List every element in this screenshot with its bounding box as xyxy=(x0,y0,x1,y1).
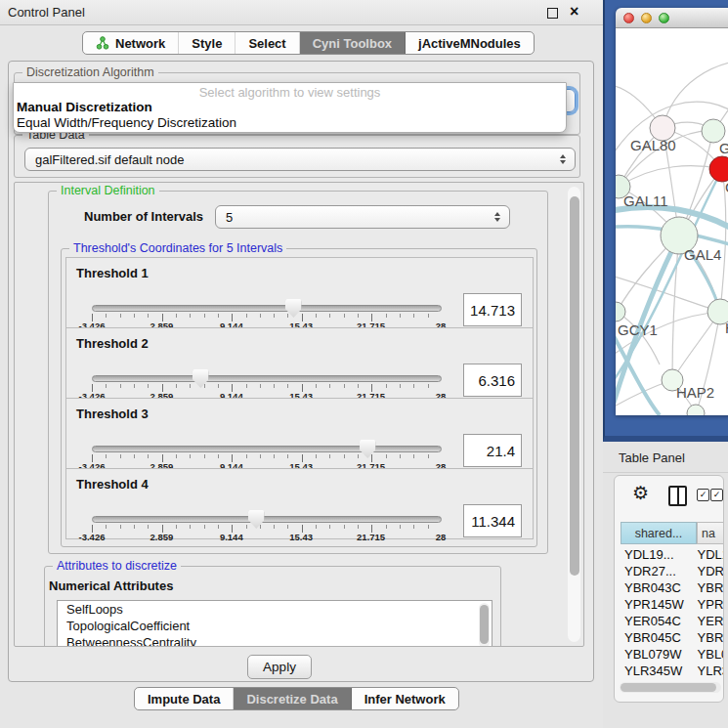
column-layout-icon[interactable] xyxy=(668,486,687,506)
interval-definition-group: Interval Definition Number of Intervals … xyxy=(48,191,548,554)
node-label: GA xyxy=(719,140,728,156)
list-scrollbar[interactable] xyxy=(479,603,490,647)
gear-icon[interactable]: ⚙ xyxy=(632,484,649,503)
table-panel-header: Table Panel xyxy=(603,445,728,473)
minimize-traffic-light-icon[interactable] xyxy=(641,13,652,23)
threshold-1-box: Threshold 1 -3.426 2.859 9.144 15.43 21.… xyxy=(65,257,534,328)
network-window-titlebar xyxy=(616,8,728,28)
threshold-label: Threshold 3 xyxy=(76,407,149,421)
settings-vertical-scrollbar[interactable] xyxy=(568,187,580,642)
zoom-traffic-light-icon[interactable] xyxy=(659,13,669,23)
table-data-value: galFiltered.sif default node xyxy=(35,152,184,167)
tab-impute-data[interactable]: Impute Data xyxy=(135,688,234,709)
threshold-2-slider[interactable] xyxy=(92,375,442,382)
apply-button[interactable]: Apply xyxy=(247,655,312,679)
tab-label: jActiveMNodules xyxy=(418,36,521,51)
threshold-label: Threshold 1 xyxy=(76,266,149,280)
threshold-label: Threshold 2 xyxy=(76,336,149,351)
dropdown-option-equal-width[interactable]: Equal Width/Frequency Discretization xyxy=(17,115,236,130)
number-of-intervals-label: Number of Intervals xyxy=(84,209,203,224)
tab-style[interactable]: Style xyxy=(179,32,236,54)
table-horizontal-scrollbar[interactable] xyxy=(620,682,721,693)
group-title: Threshold's Coordinates for 5 Intervals xyxy=(69,241,286,255)
combo-arrows-icon xyxy=(560,154,566,164)
node-label: HAP2 xyxy=(676,384,714,401)
tab-network[interactable]: Network xyxy=(83,32,179,54)
list-item[interactable]: SelfLoops xyxy=(58,601,492,618)
column-header-shared-name[interactable]: shared... xyxy=(621,522,697,544)
threshold-label: Threshold 4 xyxy=(76,477,149,492)
node-bottom-partial[interactable] xyxy=(687,405,705,415)
table-row[interactable]: YPR145WYPR1 xyxy=(621,596,724,613)
settings-scroll-panel: Interval Definition Number of Intervals … xyxy=(14,182,584,647)
tab-label: Discretize Data xyxy=(246,692,337,707)
algorithm-dropdown-popup: Select algorithm to view settings Manual… xyxy=(13,82,567,133)
group-title: Interval Definition xyxy=(57,184,159,197)
threshold-3-slider[interactable] xyxy=(92,446,442,452)
number-of-intervals-value: 5 xyxy=(226,210,233,225)
close-traffic-light-icon[interactable] xyxy=(623,13,634,23)
control-panel-titlebar: Control Panel × xyxy=(0,0,603,25)
table-rows: YDL19...YDL1 YDR27...YDR2 YBR043CYBR0 YP… xyxy=(621,546,724,680)
combo-arrows-icon xyxy=(494,212,500,222)
table-row[interactable]: YBL079WYBL0 xyxy=(621,646,724,663)
numerical-attributes-list[interactable]: SelfLoops TopologicalCoefficient Between… xyxy=(57,600,492,647)
checkbox-icon[interactable]: ✓ xyxy=(697,489,709,501)
table-panel: ⚙ ✓ ✓ shared... na YDL19...YDL1 YDR27...… xyxy=(614,475,724,703)
tab-label: Style xyxy=(192,36,222,51)
threshold-4-box: Threshold 4 -3.426 2.859 9.144 15.43 21.… xyxy=(65,468,534,539)
tab-label: Cyni Toolbox xyxy=(313,36,392,51)
cyni-bottom-tabstrip: Impute Data Discretize Data Infer Networ… xyxy=(134,687,459,710)
node-gcy1[interactable] xyxy=(616,302,625,321)
checkbox-icon[interactable]: ✓ xyxy=(710,489,723,501)
threshold-4-slider[interactable] xyxy=(92,516,442,523)
panel-title: Control Panel xyxy=(8,5,85,20)
table-column-headers: shared... na xyxy=(621,522,724,544)
group-title: Discretization Algorithm xyxy=(22,65,158,79)
tab-jactivemnodules[interactable]: jActiveMNodules xyxy=(406,32,534,54)
node-label: GAL11 xyxy=(623,193,668,209)
tab-select[interactable]: Select xyxy=(236,32,299,54)
table-row[interactable]: YDL19...YDL1 xyxy=(621,546,724,563)
slider-tick-labels: -3.426 2.859 9.144 15.43 21.715 28 xyxy=(92,532,441,543)
list-item[interactable]: TopologicalCoefficient xyxy=(58,618,492,634)
tab-label: Impute Data xyxy=(148,692,220,707)
threshold-2-value-field[interactable]: 6.316 xyxy=(463,364,522,397)
threshold-4-value-field[interactable]: 11.344 xyxy=(463,504,522,537)
tab-label: Infer Network xyxy=(364,692,446,707)
table-data-group: Table Data galFiltered.sif default node xyxy=(14,135,580,178)
table-row[interactable]: YLR345WYLR3 xyxy=(621,663,724,679)
control-panel: Control Panel × Network Style Select Cyn… xyxy=(0,0,603,728)
tab-label: Network xyxy=(115,36,165,51)
numerical-attributes-heading: Numerical Attributes xyxy=(49,578,173,593)
table-row[interactable]: YDR27...YDR2 xyxy=(621,563,724,579)
network-graph: GAL80 GA C GAL11 GAL4 GCY1 H HAP2 xyxy=(616,28,728,415)
number-of-intervals-combobox[interactable]: 5 xyxy=(215,205,510,229)
node-label: GAL4 xyxy=(684,246,721,263)
network-canvas[interactable]: GAL80 GA C GAL11 GAL4 GCY1 H HAP2 xyxy=(616,28,728,415)
table-row[interactable]: YIL052CYIL0 xyxy=(621,679,724,680)
tab-cyni-toolbox[interactable]: Cyni Toolbox xyxy=(300,32,406,54)
tab-label: Select xyxy=(248,36,285,51)
table-data-combobox[interactable]: galFiltered.sif default node xyxy=(24,148,576,171)
network-icon xyxy=(96,36,109,50)
threshold-2-box: Threshold 2 -3.426 2.859 9.144 15.43 21.… xyxy=(65,327,534,399)
tab-infer-network[interactable]: Infer Network xyxy=(352,688,458,709)
dropdown-hint: Select algorithm to view settings xyxy=(14,85,566,100)
table-panel-title: Table Panel xyxy=(619,450,685,465)
table-row[interactable]: YBR043CYBR0 xyxy=(621,579,724,596)
group-title: Attributes to discretize xyxy=(53,559,181,573)
tab-discretize-data[interactable]: Discretize Data xyxy=(234,688,351,709)
dropdown-option-manual[interactable]: Manual Discretization xyxy=(17,100,152,114)
network-view-window: GAL80 GA C GAL11 GAL4 GCY1 H HAP2 xyxy=(616,8,728,415)
threshold-1-value-field[interactable]: 14.713 xyxy=(463,293,522,326)
list-item[interactable]: BetweennessCentrality xyxy=(58,634,492,647)
threshold-3-value-field[interactable]: 21.4 xyxy=(463,434,522,467)
threshold-1-slider[interactable] xyxy=(92,305,442,312)
thresholds-group: Threshold's Coordinates for 5 Intervals … xyxy=(61,248,537,547)
table-row[interactable]: YER054CYER0 xyxy=(621,613,724,629)
close-icon[interactable]: × xyxy=(570,2,578,21)
table-row[interactable]: YBR045CYBR0 xyxy=(621,629,724,646)
float-window-icon[interactable] xyxy=(547,8,558,19)
column-header-name[interactable]: na xyxy=(697,522,724,544)
